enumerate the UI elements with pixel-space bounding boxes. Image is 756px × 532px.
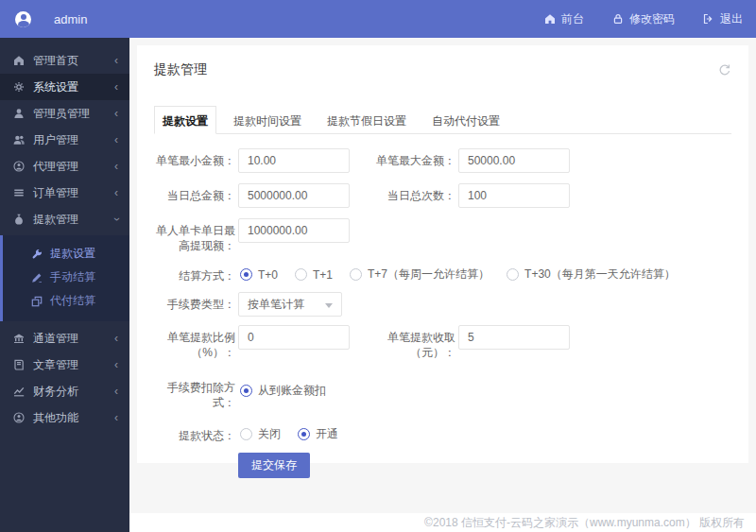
admin-user-icon — [13, 108, 25, 119]
chevron-left-icon: ‹ — [114, 81, 118, 93]
fee-percent-input[interactable] — [238, 325, 350, 350]
sidebar-item-article-management[interactable]: 文章管理‹ — [0, 352, 129, 378]
chevron-left-icon: ‹ — [114, 386, 118, 397]
radio-icon — [240, 428, 252, 440]
form-row: 单人单卡单日最高提现额： — [152, 218, 748, 253]
radio-deduct-from-arrival[interactable]: 从到账金额扣 — [240, 383, 326, 399]
page-title: 提款管理 — [154, 61, 207, 78]
radio-status-open[interactable]: 开通 — [298, 426, 338, 442]
tab-withdraw-holiday-settings[interactable]: 提款节假日设置 — [318, 106, 415, 134]
sidebar-item-withdraw-management[interactable]: 提款管理‹ — [0, 206, 129, 232]
radio-icon — [507, 268, 519, 281]
chevron-left-icon: ‹ — [114, 359, 118, 370]
card-header: 提款管理 — [137, 45, 748, 89]
radio-icon — [240, 385, 252, 397]
sidebar-item-admin-management[interactable]: 管理员管理‹ — [0, 100, 129, 127]
min-amount-label: 单笔最小金额： — [152, 148, 235, 168]
chevron-down-icon: ‹ — [111, 217, 122, 221]
copyright-text: ©2018 信恒支付-云码之家演示（www.myunma.com） 版权所有 — [424, 515, 745, 531]
radio-icon — [350, 268, 362, 281]
fee-fixed-label: 单笔提款收取（元）： — [372, 325, 455, 360]
refresh-icon[interactable] — [718, 63, 731, 77]
chevron-left-icon: ‹ — [114, 55, 118, 66]
withdraw-management-card: 提款管理 提款设置 提款时间设置 提款节假日设置 自动代付设置 单笔最小金额： … — [137, 45, 748, 463]
form-row: 提款状态： 关闭 开通 — [152, 423, 748, 443]
submenu-item-withdraw-settings[interactable]: 提款设置 — [3, 242, 129, 266]
radio-t0[interactable]: T+0 — [240, 268, 278, 282]
logout-icon — [703, 13, 714, 25]
form-row: 手续费类型： 按单笔计算 — [152, 292, 748, 317]
per-card-daily-max-input[interactable] — [238, 218, 350, 243]
sidebar-item-system-settings[interactable]: 系统设置‹ — [0, 74, 129, 100]
form-row: 当日总金额： 当日总次数： — [152, 183, 748, 208]
article-icon — [13, 359, 25, 370]
orders-icon — [13, 187, 25, 198]
form-row: 结算方式： T+0 T+1 T+7（每周一允许结算） T+30（每月第一天允许结… — [152, 264, 748, 283]
username: admin — [54, 12, 87, 26]
top-header-bar: admin 前台 修改密码 退出 — [0, 0, 756, 38]
clone-icon — [31, 296, 43, 307]
radio-status-closed[interactable]: 关闭 — [240, 426, 281, 442]
submenu-item-manual-settlement[interactable]: 手动结算 — [3, 266, 129, 289]
withdraw-status-radios: 关闭 开通 — [240, 423, 355, 442]
sidebar-item-finance-analysis[interactable]: 财务分析‹ — [0, 378, 129, 404]
chevron-left-icon: ‹ — [114, 134, 118, 146]
top-nav: 前台 修改密码 退出 — [516, 11, 743, 27]
fee-type-label: 手续费类型： — [152, 292, 235, 312]
sidebar-item-agent-management[interactable]: 代理管理‹ — [0, 153, 129, 180]
tab-bar: 提款设置 提款时间设置 提款节假日设置 自动代付设置 — [154, 105, 731, 134]
sidebar-item-channel-management[interactable]: 通道管理‹ — [0, 325, 129, 352]
fee-percent-label: 单笔提款比例（%）： — [152, 325, 235, 360]
radio-icon — [298, 428, 310, 440]
user-avatar — [15, 11, 31, 27]
gear-icon — [13, 81, 25, 93]
form-row: 手续费扣除方式： 从到账金额扣 — [152, 372, 748, 410]
bank-icon — [13, 333, 25, 344]
wrench-icon — [31, 249, 43, 260]
users-icon — [13, 134, 25, 146]
fee-fixed-input[interactable] — [458, 325, 570, 350]
main-content: 提款管理 提款设置 提款时间设置 提款节假日设置 自动代付设置 单笔最小金额： … — [129, 38, 756, 532]
tab-withdraw-settings[interactable]: 提款设置 — [154, 106, 216, 134]
radio-t1[interactable]: T+1 — [295, 268, 333, 282]
fee-type-select[interactable]: 按单笔计算 — [238, 292, 342, 317]
per-card-daily-max-label: 单人单卡单日最高提现额： — [152, 218, 235, 253]
form-row: 单笔提款比例（%）： 单笔提款收取（元）： — [152, 325, 748, 360]
lock-icon — [612, 13, 624, 25]
home-icon — [544, 13, 556, 25]
sidebar-item-other-functions[interactable]: 其他功能‹ — [0, 404, 129, 431]
radio-t7[interactable]: T+7（每周一允许结算） — [350, 266, 490, 283]
tab-auto-agentpay-settings[interactable]: 自动代付设置 — [423, 106, 508, 134]
other-icon — [13, 412, 25, 423]
settle-mode-radios: T+0 T+1 T+7（每周一允许结算） T+30（每月第一天允许结算） — [240, 264, 693, 283]
sidebar: 管理首页‹ 系统设置‹ 管理员管理‹ 用户管理‹ 代理管理‹ 订单管理‹ 提款管… — [0, 38, 129, 532]
content-spacer — [129, 463, 756, 513]
nav-logout[interactable]: 退出 — [703, 11, 743, 27]
chevron-down-icon — [325, 303, 333, 308]
withdraw-status-label: 提款状态： — [152, 423, 235, 443]
sidebar-item-order-management[interactable]: 订单管理‹ — [0, 180, 129, 206]
daily-total-label: 当日总金额： — [152, 183, 235, 203]
form-row: 单笔最小金额： 单笔最大金额： — [152, 148, 748, 173]
max-amount-input[interactable] — [458, 148, 570, 173]
min-amount-input[interactable] — [238, 148, 350, 173]
settle-mode-label: 结算方式： — [152, 264, 235, 283]
home-icon — [13, 55, 25, 66]
withdraw-icon — [13, 214, 25, 225]
radio-t30[interactable]: T+30（每月第一天允许结算） — [507, 266, 676, 283]
daily-total-input[interactable] — [238, 183, 350, 208]
tab-withdraw-time-settings[interactable]: 提款时间设置 — [225, 106, 310, 134]
radio-icon — [295, 268, 307, 281]
withdraw-submenu: 提款设置 手动结算 代付结算 — [0, 235, 129, 321]
agent-icon — [13, 161, 25, 172]
daily-count-input[interactable] — [458, 183, 570, 208]
sidebar-item-home[interactable]: 管理首页‹ — [0, 47, 129, 74]
nav-change-password[interactable]: 修改密码 — [612, 11, 675, 27]
user-block[interactable]: admin — [15, 11, 87, 27]
submenu-item-agentpay-settlement[interactable]: 代付结算 — [3, 289, 129, 313]
radio-icon — [240, 268, 252, 281]
nav-front-site[interactable]: 前台 — [544, 11, 584, 27]
sidebar-item-user-management[interactable]: 用户管理‹ — [0, 127, 129, 153]
daily-count-label: 当日总次数： — [372, 183, 455, 208]
chevron-left-icon: ‹ — [114, 161, 118, 172]
